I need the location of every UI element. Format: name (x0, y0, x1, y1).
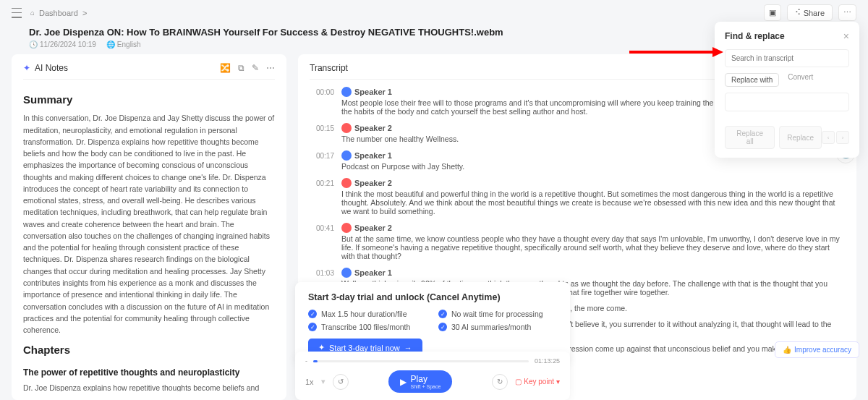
speaker-label[interactable]: Speaker 2 (341, 223, 841, 233)
transcript-text[interactable]: I think the most beautiful and powerful … (341, 190, 841, 216)
meta-date: 🕓 11/26/2024 10:19 (29, 41, 96, 48)
transcript-turn: 00:41Speaker 2But at the same time, we k… (310, 223, 841, 260)
chapter-title: The power of repetitive thoughts and neu… (23, 366, 275, 380)
timestamp[interactable]: 00:17 (310, 150, 334, 171)
speaker-avatar-icon (341, 123, 352, 133)
time-current: - (305, 357, 307, 365)
breadcrumb-home[interactable]: Dashboard (39, 9, 78, 17)
improve-accuracy-button[interactable]: 👍 Improve accuracy (775, 341, 859, 358)
play-button[interactable]: ▶ PlayShift + Space (388, 370, 453, 393)
check-icon: ✓ (438, 323, 447, 331)
replace-input[interactable] (725, 93, 849, 111)
more-icon[interactable]: ⋯ (266, 63, 275, 73)
breadcrumb: ⌂ Dashboard > (30, 9, 87, 17)
replace-all-button[interactable]: Replace all (725, 126, 775, 149)
speaker-avatar-icon (341, 268, 352, 278)
timestamp[interactable]: 00:21 (310, 178, 334, 216)
speaker-avatar-icon (341, 223, 352, 233)
speaker-avatar-icon (341, 87, 352, 97)
trial-feature: ✓Transcribe 100 files/month (308, 323, 427, 331)
next-match-icon[interactable]: › (836, 131, 849, 144)
speaker-label[interactable]: Speaker 2 (341, 178, 841, 188)
audio-player: - 01:13:25 1x ▾ ↺ ▶ PlayShift + Space ↻ … (295, 352, 570, 400)
transcript-text[interactable]: Podcast on Purpose with Jay Shetty. (341, 162, 841, 171)
check-icon: ✓ (308, 323, 317, 331)
breadcrumb-sep: > (82, 9, 87, 17)
replace-with-tab[interactable]: Replace with (725, 73, 779, 87)
search-input[interactable] (725, 49, 849, 67)
ai-star-icon: ✦ (23, 63, 30, 73)
playback-speed[interactable]: 1x (305, 378, 314, 386)
summary-heading: Summary (23, 91, 275, 108)
time-total: 01:13:25 (535, 357, 560, 365)
trial-feature: ✓Max 1.5 hour duration/file (308, 310, 427, 318)
timestamp[interactable]: 00:15 (310, 123, 334, 143)
timestamp[interactable]: 00:00 (310, 87, 334, 116)
replace-button[interactable]: Replace (779, 126, 822, 149)
rewind-icon[interactable]: ↺ (333, 374, 349, 390)
share-button[interactable]: ⠪ Share (787, 4, 833, 21)
speaker-label[interactable]: Speaker 1 (341, 268, 841, 278)
transcript-turn: 00:21Speaker 2I think the most beautiful… (310, 178, 841, 216)
svg-marker-1 (712, 47, 723, 57)
forward-icon[interactable]: ↻ (492, 374, 508, 390)
trial-title: Start 3-day trial and unlock (Cancel Any… (308, 292, 557, 302)
trial-feature: ✓No wait time for processing (438, 310, 557, 318)
layout-toggle-icon[interactable]: ▣ (764, 4, 781, 21)
copy-icon[interactable]: ⧉ (238, 63, 244, 73)
find-replace-panel: Find & replace × Replace with Convert Re… (715, 22, 859, 158)
transcript-tab[interactable]: Transcript (310, 63, 348, 73)
find-replace-title: Find & replace (725, 31, 785, 41)
summary-text: In this conversation, Dr. Joe Dispenza a… (23, 112, 275, 336)
convert-tab[interactable]: Convert (788, 73, 813, 87)
chapters-heading: Chapters (23, 341, 275, 358)
speaker-avatar-icon (341, 178, 352, 188)
trial-feature: ✓30 AI summaries/month (438, 323, 557, 331)
prev-match-icon[interactable]: ‹ (822, 131, 835, 144)
meta-language: 🌐 English (106, 41, 141, 48)
seek-bar[interactable] (313, 360, 529, 362)
home-icon: ⌂ (30, 9, 35, 17)
chapter-text: Dr. Joe Dispenza explains how repetitive… (23, 382, 275, 391)
translate-icon[interactable]: 🔀 (220, 63, 231, 73)
menu-icon[interactable] (12, 8, 22, 18)
edit-icon[interactable]: ✎ (252, 63, 259, 73)
transcript-text[interactable]: But at the same time, we know countless … (341, 234, 841, 260)
ai-notes-tab[interactable]: ✦AI Notes (23, 63, 68, 73)
close-icon[interactable]: × (843, 30, 849, 42)
check-icon: ✓ (438, 310, 447, 318)
timestamp[interactable]: 00:41 (310, 223, 334, 260)
speaker-avatar-icon (341, 150, 352, 161)
keypoint-button[interactable]: ▢ Key point ▾ (515, 378, 560, 386)
annotation-arrow (629, 45, 723, 59)
more-icon[interactable]: ⋯ (838, 4, 856, 21)
check-icon: ✓ (308, 310, 317, 318)
